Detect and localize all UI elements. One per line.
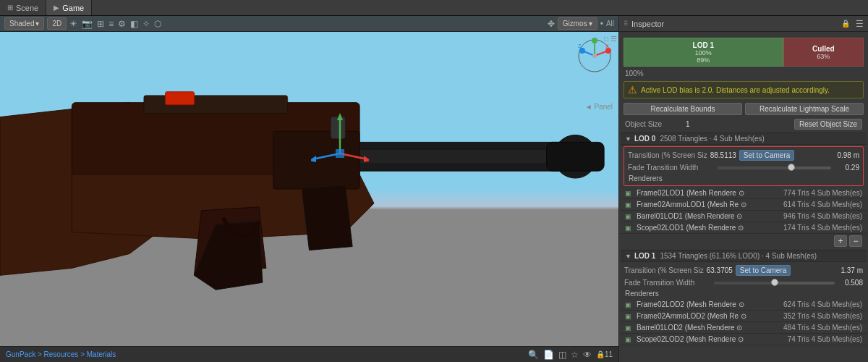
recalculate-lightmap-btn[interactable]: Recalculate Lightmap Scale: [745, 103, 864, 115]
layer-num: 🔒11: [596, 350, 613, 358]
mode-2d-label: 2D: [52, 20, 61, 28]
renderer-icon-0: ▣: [625, 190, 634, 197]
bottom-bar-icons: 🔍 📄 ◫ ☆ 👁 🔒11: [528, 350, 613, 360]
renderer-name-0: Frame02LOD1 (Mesh Rendere ⊙: [637, 189, 780, 197]
search-icon[interactable]: 🔍: [528, 350, 539, 360]
viewport-bottom-bar: GunPack > Resources > Materials 🔍 📄 ◫ ☆ …: [0, 346, 618, 362]
lod1-group-info: 1534 Triangles (61.16% LOD0) · 4 Sub Mes…: [660, 252, 817, 260]
breadcrumb: GunPack > Resources > Materials: [6, 350, 116, 358]
lod1-transition-row: Transition (% Screen Siz 63.3705 Set to …: [621, 264, 867, 277]
lod0-pct1: 100%: [695, 49, 712, 56]
scene-icon: ⊞: [7, 4, 13, 12]
renderer-barrel01lod1: ▣ Barrel01LOD1 (Mesh Rendere ⊙ 946 Tris …: [621, 211, 867, 222]
transform-icon[interactable]: ✥: [548, 19, 555, 29]
object-size-row: Object Size 1 Reset Object Size: [621, 117, 867, 131]
inspector-dots: ⠿: [624, 20, 629, 28]
shading-chevron: ▾: [35, 20, 39, 28]
culled-segment[interactable]: Culled 63%: [783, 38, 864, 67]
gizmos-dropdown[interactable]: Gizmos ▾: [558, 17, 597, 30]
panel-label[interactable]: ◄ Panel: [585, 103, 613, 111]
lod0-segment[interactable]: LOD 1 100% 89%: [624, 38, 783, 67]
lod0-group-header: ▼ LOD 0 2508 Triangles · 4 Sub Mesh(es): [621, 132, 867, 145]
light-icon[interactable]: ☀: [69, 19, 77, 29]
stats-icon[interactable]: ◧: [130, 19, 138, 29]
effects-icon[interactable]: ✧: [142, 19, 150, 29]
warning-row: ⚠ Active LOD bias is 2.0. Distances are …: [624, 81, 864, 98]
viewport-menu-icon[interactable]: ☰: [610, 35, 617, 43]
breadcrumb-mid: Resources: [44, 350, 79, 358]
inspector-body: LOD 1 100% 89% Culled 63% 100% ⚠ Active …: [619, 32, 868, 362]
renderer-name-lod1-2: Barrel01LOD2 (Mesh Rendere ⊙: [637, 324, 780, 332]
lod0-transition-value: 88.5113: [710, 151, 736, 159]
renderer-tris-lod1-3: 74 Tris 4 Sub Mesh(es): [788, 335, 862, 343]
lod1-set-camera-btn[interactable]: Set to Camera: [736, 265, 791, 276]
lod1-group-header: ▼ LOD 1 1534 Triangles (61.16% LOD0) · 4…: [621, 250, 867, 262]
svg-text:X: X: [605, 43, 609, 49]
camera-icon[interactable]: 📷: [82, 19, 93, 29]
gizmos-chevron: ▾: [589, 20, 592, 28]
orientation-gizmo: X Y Z: [576, 38, 613, 74]
svg-marker-18: [364, 156, 369, 162]
lod1-renderers-list: ▣ Frame02LOD2 (Mesh Rendere ⊙ 624 Tris 4…: [621, 299, 867, 345]
mode-2d-btn[interactable]: 2D: [47, 17, 67, 30]
lod0-slider-thumb[interactable]: [788, 164, 795, 171]
lod1-fade-slider[interactable]: [714, 282, 835, 285]
remove-renderer-btn[interactable]: −: [849, 235, 862, 247]
lod0-transition-row: Transition (% Screen Siz 88.5113 Set to …: [624, 148, 863, 162]
renderer-name-1: Frame02AmmoLOD1 (Mesh Re ⊙: [637, 201, 780, 209]
layers-bottom-icon[interactable]: ◫: [558, 350, 566, 360]
svg-marker-12: [302, 185, 353, 250]
misc-icon[interactable]: ⬡: [154, 19, 161, 29]
lod-percentage-row: 100%: [621, 68, 867, 79]
lod0-fade-slider[interactable]: [718, 167, 831, 169]
renderer-name-2: Barrel01LOD1 (Mesh Rendere ⊙: [637, 212, 780, 220]
lod0-slider-fill: [718, 167, 791, 169]
visibility-icon[interactable]: 👁: [583, 350, 592, 360]
lod0-fade-label: Fade Transition Width: [628, 164, 715, 172]
renderer-tris-lod1-0: 624 Tris 4 Sub Mesh(es): [783, 300, 862, 308]
lod1-fade-value: 0.508: [838, 279, 863, 287]
tab-scene[interactable]: ⊞ Scene: [0, 0, 46, 15]
svg-rect-21: [336, 149, 344, 158]
lod-percent-value: 100%: [625, 70, 644, 77]
recalculate-bounds-btn[interactable]: Recalculate Bounds: [624, 103, 742, 115]
renderer-name-lod1-3: Scope02LOD2 (Mesh Rendere ⊙: [637, 335, 785, 343]
lod0-expand-icon[interactable]: ▼: [625, 135, 631, 143]
lod0-set-camera-btn[interactable]: Set to Camera: [739, 150, 794, 161]
breadcrumb-sep1: >: [38, 350, 44, 358]
lod1-expand-icon[interactable]: ▼: [625, 253, 631, 260]
star-icon[interactable]: ☆: [571, 350, 579, 360]
renderer-name-lod1-1: Frame02AmmoLOD2 (Mesh Re ⊙: [637, 312, 780, 320]
layers-icon[interactable]: ≡: [109, 19, 114, 29]
file-icon[interactable]: 📄: [543, 350, 554, 360]
inspector-header: ⠿ Inspector 🔒 ☰: [619, 16, 868, 32]
viewport-tool-icons: ☀ 📷 ⊞ ≡ ⚙ ◧ ✧ ⬡: [69, 19, 161, 29]
main-content: X Y Z Shaded ▾ 2D ☀ 📷 ⊞: [0, 16, 868, 362]
lod1-fade-label: Fade Transition Width: [624, 279, 711, 287]
inspector-lock-icon[interactable]: 🔒: [841, 20, 850, 28]
svg-rect-11: [547, 142, 605, 171]
renderer-icon-lod1-3: ▣: [625, 336, 634, 343]
maximize-icon[interactable]: □: [604, 35, 608, 43]
renderer-name-3: Scope02LOD1 (Mesh Rendere ⊙: [637, 224, 780, 232]
svg-point-30: [579, 48, 585, 54]
lod1-slider-fill: [714, 282, 775, 285]
add-renderer-btn[interactable]: +: [834, 235, 847, 247]
warning-icon: ⚠: [628, 84, 637, 96]
object-size-value: 1: [686, 120, 791, 128]
renderer-scope02lod2: ▣ Scope02LOD2 (Mesh Rendere ⊙ 74 Tris 4 …: [621, 334, 867, 345]
reset-object-size-btn[interactable]: Reset Object Size: [794, 119, 862, 130]
viewport-toolbar: Shaded ▾ 2D ☀ 📷 ⊞ ≡ ⚙ ◧ ✧ ⬡ ✥ Gizmos ▾: [0, 16, 618, 32]
renderer-icon-lod1-1: ▣: [625, 313, 634, 320]
settings-icon[interactable]: ⚙: [118, 19, 126, 29]
tab-game[interactable]: ▶ Game: [46, 0, 92, 15]
grid-icon[interactable]: ⊞: [97, 19, 104, 29]
lod0-transition-dist: 0.98 m: [837, 151, 859, 159]
tab-scene-label: Scene: [16, 4, 38, 12]
shading-dropdown[interactable]: Shaded ▾: [4, 17, 44, 30]
culled-label: Culled: [812, 45, 835, 53]
inspector-menu-icon[interactable]: ☰: [856, 19, 864, 29]
svg-marker-20: [311, 156, 316, 162]
lod1-group-name: LOD 1: [634, 252, 655, 260]
lod1-slider-thumb[interactable]: [771, 279, 778, 286]
